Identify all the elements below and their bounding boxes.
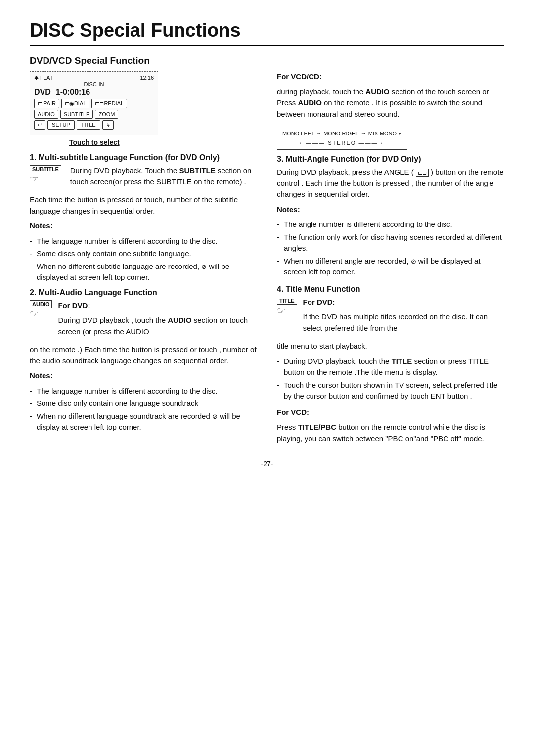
mono-stereo-box: MONO LEFT → MONO RIGHT → MIX-MONO ⌐ ← ——… (277, 127, 407, 150)
btn-subtitle[interactable]: SUBTITLE (60, 110, 93, 119)
right-column: For VCD/CD: during playback, touch the A… (277, 71, 504, 448)
section4-title: 4. Title Menu Function (277, 285, 504, 294)
mono-left: MONO LEFT (282, 129, 314, 138)
main-section-title: DVD/VCD Special Function (30, 55, 504, 66)
title-icon: TITLE (277, 297, 297, 305)
btn-enter[interactable]: ↵ (34, 120, 45, 130)
section3-note-3: When no different angle are recorded, ⊘ … (277, 256, 504, 278)
hand-icon-3: ☞ (277, 306, 286, 315)
touch-to-select-label: Touch to select (69, 138, 257, 146)
section3-notes: The angle number is different according … (277, 219, 504, 278)
section4-for-vcd-label: For VCD: (277, 407, 504, 418)
hand-icon-1: ☞ (30, 174, 39, 184)
dvd-time: 1-0:00:16 (56, 88, 90, 97)
arrow-1: → (316, 129, 321, 138)
section4-notes: During DVD playback, touch the TITLE sec… (277, 356, 504, 402)
section3-notes-label: Notes: (277, 204, 504, 216)
left-column: ✱ FLAT 12:16 DISC-IN DVD 1-0:00:16 ⊏:PAI… (30, 71, 257, 448)
section3-note-2: The function only work for disc having s… (277, 232, 504, 254)
btn-title[interactable]: TITLE (77, 120, 100, 130)
btn-zoom[interactable]: ZOOM (95, 110, 118, 119)
btn-redial[interactable]: ⊏⊐REDIAL (91, 99, 127, 108)
section2-notes: The language number is different accordi… (30, 386, 257, 433)
dvd-label: DVD (34, 88, 51, 97)
disc-in-label: DISC-IN (84, 81, 104, 87)
section2-body-cont: on the remote .) Each time the button is… (30, 344, 257, 366)
audio-icon: AUDIO (30, 300, 52, 308)
section4-note-2: Touch the cursor button shown in TV scre… (277, 380, 504, 402)
btn-setup[interactable]: SETUP (47, 120, 75, 130)
section4-body1: If the DVD has multiple titles recorded … (303, 311, 504, 334)
section4-vcd-body: Press TITLE/PBC button on the remote con… (277, 422, 504, 444)
mix-mono: MIX-MONO (368, 129, 397, 138)
section2-note-1: The language number is different accordi… (30, 386, 257, 397)
section3-title: 3. Multi-Angle Function (for DVD Only) (277, 155, 504, 164)
vcdcd-title: For VCD/CD: (277, 71, 504, 83)
section3-body1: During DVD playback, press the ANGLE ( ⊏… (277, 167, 504, 200)
section1-title: 1. Multi-subtitle Language Function (for… (30, 153, 257, 162)
section2-for-dvd: For DVD: (58, 300, 257, 311)
section4-body-cont: title menu to start playback. (277, 341, 504, 352)
section1-notes: The language number is different accordi… (30, 236, 257, 283)
section4-note-1: During DVD playback, touch the TITLE sec… (277, 356, 504, 378)
section1-body1: During DVD playback. Touch the SUBTITLE … (70, 165, 257, 187)
section2-note-2: Some disc only contain one language soun… (30, 398, 257, 409)
section1-note-1: The language number is different accordi… (30, 236, 257, 247)
subtitle-icon: SUBTITLE (30, 165, 61, 173)
back-arrow-2: ← (380, 138, 385, 148)
back-arrow-1: ← (299, 138, 304, 148)
dvd-panel: ✱ FLAT 12:16 DISC-IN DVD 1-0:00:16 ⊏:PAI… (30, 71, 158, 135)
section4-icon-row: TITLE ☞ For DVD: If the DVD has multiple… (277, 297, 504, 338)
btn-pair[interactable]: ⊏:PAIR (34, 99, 59, 108)
top-line-end: ⌐ (399, 129, 401, 138)
section1-note-3: When no different subtitle language are … (30, 261, 257, 283)
btn-arrow[interactable]: ↳ (102, 120, 114, 130)
section2-body1: During DVD playback , touch the AUDIO se… (58, 315, 257, 337)
page-number: -27- (30, 460, 504, 468)
section2-title: 2. Multi-Audio Language Function (30, 288, 257, 297)
section3-note-1: The angle number is different according … (277, 219, 504, 230)
section1-note-2: Some discs only contain one subtitle lan… (30, 248, 257, 260)
section1-icon-row: SUBTITLE ☞ During DVD playback. Touch th… (30, 165, 257, 191)
section2-icon-row: AUDIO ☞ For DVD: During DVD playback , t… (30, 300, 257, 342)
flat-label: ✱ FLAT (34, 75, 53, 81)
section2-notes-label: Notes: (30, 370, 257, 382)
btn-dial[interactable]: ⊏◉DIAL (61, 99, 89, 108)
section1-body2: Each time the button is pressed or touch… (30, 194, 257, 217)
section2-note-3: When no different language soundtrack ar… (30, 411, 257, 433)
stereo-label: ——— STEREO ——— (306, 138, 378, 148)
vcdcd-body: during playback, touch the AUDIO section… (277, 87, 504, 120)
btn-audio[interactable]: AUDIO (34, 110, 58, 119)
section4-for-dvd: For DVD: (303, 297, 504, 308)
page-title: DISC Special Functions (30, 20, 504, 46)
arrow-2: → (361, 129, 366, 138)
hand-icon-2: ☞ (30, 309, 39, 319)
mono-right: MONO RIGHT (323, 129, 359, 138)
time-display: 12:16 (140, 75, 154, 81)
section1-notes-label: Notes: (30, 221, 257, 232)
